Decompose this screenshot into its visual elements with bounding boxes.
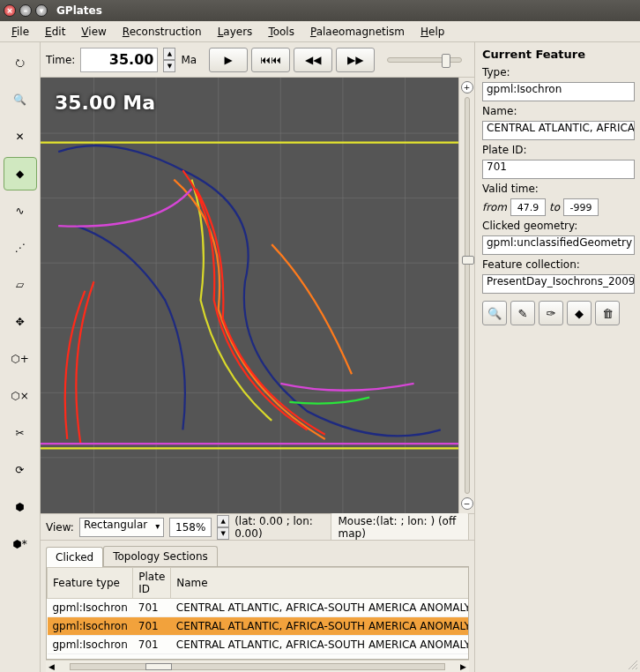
- menu-file[interactable]: File: [5, 24, 35, 40]
- view-bar: View: Rectangular ▲ ▼ (lat: 0.00 ; lon: …: [41, 513, 474, 540]
- edit-feature-button[interactable]: ✎: [510, 301, 535, 325]
- zoom-scrollbar: + −: [458, 78, 474, 513]
- validtime-label: Valid time:: [482, 183, 635, 195]
- type-field: gpml:Isochron: [482, 82, 635, 101]
- map-time-overlay: 35.00 Ma: [55, 92, 155, 114]
- tool-move-geometry[interactable]: ✥: [4, 305, 37, 339]
- tool-zoom-globe[interactable]: 🔍: [4, 83, 37, 116]
- current-feature-heading: Current Feature: [482, 48, 635, 61]
- zoom-step-down[interactable]: ▼: [217, 527, 229, 540]
- play-button[interactable]: ▶: [209, 48, 248, 72]
- clicked-features-table: Feature typePlate IDName gpml:Isochron70…: [47, 567, 469, 654]
- current-feature-dock: Current Feature Type: gpml:Isochron Name…: [474, 42, 640, 672]
- table-row[interactable]: gpml:Isochron701CENTRAL ATLANTIC, AFRICA…: [48, 599, 470, 617]
- window-title: GPlates: [56, 4, 102, 17]
- menu-reconstruction[interactable]: Reconstruction: [116, 24, 208, 40]
- tool-manipulate-pole[interactable]: ⟳: [4, 453, 37, 487]
- tool-build-topology[interactable]: ⬢: [4, 490, 37, 524]
- time-slider[interactable]: [387, 57, 462, 63]
- feature-tabs-panel: ClickedTopology Sections Feature typePla…: [41, 540, 474, 672]
- mouse-status: Mouse:(lat: ; lon: ) (off map): [331, 512, 470, 542]
- zoom-input[interactable]: [169, 518, 212, 537]
- view-label: View:: [46, 521, 74, 534]
- tool-choose-feature[interactable]: ◆: [4, 157, 37, 190]
- tab-topology-sections[interactable]: Topology Sections: [103, 546, 218, 566]
- plateid-field: 701: [482, 160, 635, 179]
- minimize-icon[interactable]: –: [19, 4, 32, 17]
- table-row[interactable]: gpml:Isochron701CENTRAL ATLANTIC, AFRICA…: [48, 636, 470, 654]
- valid-to-field[interactable]: [563, 198, 599, 216]
- menu-view[interactable]: View: [75, 24, 112, 40]
- name-field: CENTRAL ATLANTIC, AFRICA-SOUTH AMERICA A…: [482, 121, 635, 140]
- step-back-button[interactable]: ◀◀: [294, 48, 332, 72]
- copy-geometry-button[interactable]: ✑: [539, 301, 563, 325]
- zoom-in-icon[interactable]: +: [461, 81, 473, 93]
- reset-button[interactable]: ⏮⏮: [251, 48, 290, 72]
- time-step-down[interactable]: ▼: [163, 60, 175, 72]
- clicked-geom-field: gpml:unclassifiedGeometry: [482, 235, 635, 255]
- query-feature-button[interactable]: 🔍: [482, 301, 507, 325]
- clone-feature-button[interactable]: ◆: [567, 301, 592, 325]
- menu-layers[interactable]: Layers: [212, 24, 259, 40]
- resize-handle-icon[interactable]: [626, 658, 638, 670]
- svg-line-15: [636, 668, 637, 669]
- delete-feature-button[interactable]: 🗑: [595, 301, 620, 325]
- valid-from-label: from: [482, 201, 507, 213]
- tool-digitise-polygon[interactable]: ▱: [4, 268, 37, 302]
- valid-to-label: to: [549, 201, 560, 213]
- tool-drag-globe[interactable]: ⭮: [4, 46, 37, 79]
- tool-split-feature[interactable]: ✂: [4, 416, 37, 450]
- window-titlebar: × – ▾ GPlates: [0, 0, 640, 21]
- clicked-geom-label: Clicked geometry:: [482, 220, 635, 232]
- tool-edit-topology[interactable]: ⬢*: [4, 527, 37, 561]
- step-forward-button[interactable]: ▶▶: [336, 48, 375, 72]
- tool-insert-vertex[interactable]: ⬡+: [4, 342, 37, 376]
- tool-delete-vertex[interactable]: ⬡×: [4, 379, 37, 413]
- tool-digitise-multipoint[interactable]: ⋰: [4, 231, 37, 265]
- time-input[interactable]: [80, 48, 158, 72]
- col-name[interactable]: Name: [171, 568, 469, 599]
- col-feature-type[interactable]: Feature type: [48, 568, 133, 599]
- tab-clicked[interactable]: Clicked: [46, 547, 103, 567]
- zoom-track[interactable]: [465, 97, 470, 494]
- menu-palaeomagnetism[interactable]: Palaeomagnetism: [304, 24, 411, 40]
- zoom-step-up[interactable]: ▲: [217, 515, 229, 527]
- type-label: Type:: [482, 66, 635, 78]
- plateid-label: Plate ID:: [482, 144, 635, 156]
- table-row[interactable]: gpml:Isochron701CENTRAL ATLANTIC, AFRICA…: [48, 617, 470, 636]
- zoom-out-icon[interactable]: −: [461, 497, 473, 510]
- projection-select[interactable]: Rectangular: [79, 518, 164, 537]
- collection-field: PresentDay_Isochrons_2009: [482, 274, 635, 294]
- close-icon[interactable]: ×: [4, 4, 16, 17]
- col-plate-id[interactable]: Plate ID: [133, 568, 171, 599]
- menu-edit[interactable]: Edit: [39, 24, 71, 40]
- map-canvas[interactable]: 35.00 Ma: [41, 78, 458, 513]
- collection-label: Feature collection:: [482, 258, 635, 271]
- time-step-up[interactable]: ▲: [163, 48, 175, 60]
- time-label: Time:: [46, 54, 75, 66]
- menubar: FileEditViewReconstructionLayersToolsPal…: [0, 21, 640, 42]
- time-controls: Time: ▲ ▼ Ma ▶ ⏮⏮ ◀◀ ▶▶: [41, 42, 474, 78]
- maximize-icon[interactable]: ▾: [35, 4, 48, 17]
- time-unit: Ma: [181, 54, 197, 66]
- menu-help[interactable]: Help: [414, 24, 450, 40]
- name-label: Name:: [482, 105, 635, 117]
- tool-digitise-polyline[interactable]: ∿: [4, 194, 37, 228]
- table-hscroll[interactable]: ◀ ▶: [46, 660, 469, 672]
- tool-palette: ⭮🔍✕◆∿⋰▱✥⬡+⬡×✂⟳⬢⬢*: [0, 42, 41, 672]
- camera-status: (lat: 0.00 ; lon: 0.00): [234, 515, 324, 540]
- valid-from-field[interactable]: [510, 198, 546, 216]
- menu-tools[interactable]: Tools: [262, 24, 301, 40]
- tool-measure[interactable]: ✕: [4, 120, 37, 153]
